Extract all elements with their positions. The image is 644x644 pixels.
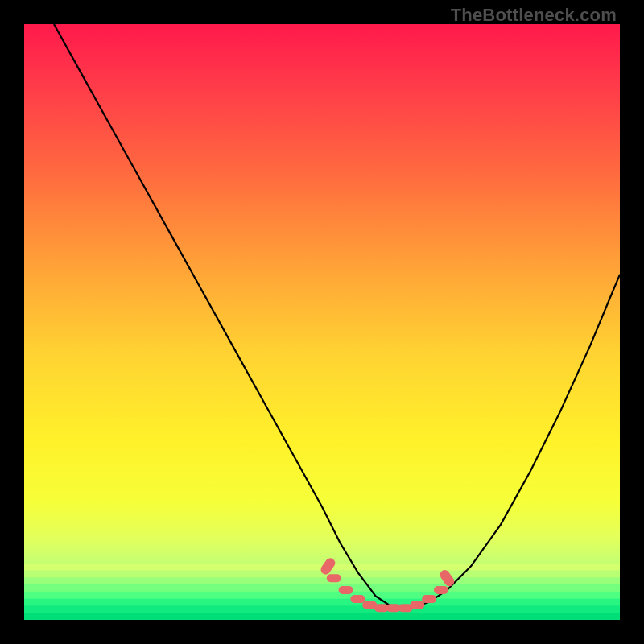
gradient-background: [24, 24, 620, 620]
plot-area: [24, 24, 620, 620]
chart-frame: TheBottleneck.com: [0, 0, 644, 644]
valley-marker: [422, 595, 436, 603]
valley-marker: [339, 586, 353, 594]
band: [24, 584, 620, 592]
chart-svg: [24, 24, 620, 620]
band: [24, 613, 620, 620]
band: [24, 599, 620, 606]
band: [24, 605, 620, 613]
valley-marker: [327, 574, 341, 582]
valley-marker: [350, 595, 365, 603]
valley-marker: [410, 601, 424, 609]
valley-marker: [434, 586, 448, 594]
band: [24, 577, 620, 584]
watermark-text: TheBottleneck.com: [451, 5, 617, 26]
band: [24, 592, 620, 599]
